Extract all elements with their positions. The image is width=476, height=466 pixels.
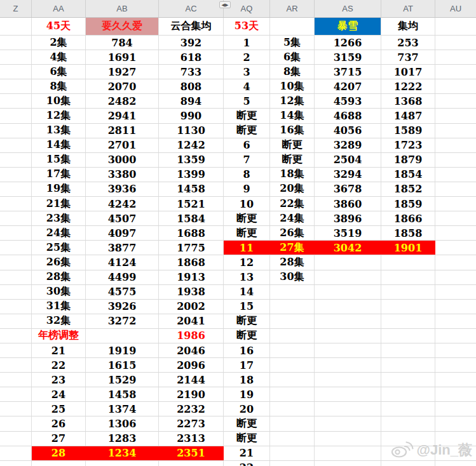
cell-AR[interactable] [270, 343, 315, 357]
cell-Z[interactable] [0, 387, 32, 401]
cell-AQ[interactable]: 断更 [224, 314, 270, 328]
cell-Z[interactable] [0, 94, 32, 108]
cell-AB[interactable]: 3877 [86, 241, 159, 255]
cell-AQ[interactable]: 19 [224, 387, 270, 401]
cell-AS[interactable] [315, 432, 381, 446]
cell-AA[interactable]: 45天 [32, 18, 86, 35]
cell-AQ[interactable]: 21 [224, 446, 270, 460]
cell-AQ[interactable]: 断更 [224, 211, 270, 225]
cell-AB[interactable]: 1927 [86, 65, 159, 79]
cell-AA[interactable]: 23集 [32, 211, 86, 225]
cell-AC[interactable] [159, 461, 224, 466]
cell-AU[interactable] [435, 402, 476, 416]
cell-AQ[interactable]: 11 [224, 241, 270, 255]
cell-AQ[interactable]: 13 [224, 270, 270, 284]
cell-AC[interactable]: 1458 [159, 182, 224, 196]
cell-Z[interactable] [0, 373, 32, 387]
cell-AT[interactable]: 737 [381, 50, 435, 64]
cell-AB[interactable]: 3380 [86, 168, 159, 182]
cell-AB[interactable]: 3272 [86, 314, 159, 328]
cell-AT[interactable]: 1879 [381, 153, 435, 167]
cell-AU[interactable] [435, 373, 476, 387]
cell-AQ[interactable]: 断更 [224, 109, 270, 123]
cell-AQ[interactable]: 断更 [224, 124, 270, 138]
cell-AA[interactable]: 31集 [32, 300, 86, 314]
cell-Z[interactable] [0, 329, 32, 343]
cell-AB[interactable]: 4499 [86, 270, 159, 284]
cell-AU[interactable] [435, 124, 476, 138]
cell-AA[interactable]: 2集 [32, 36, 86, 50]
cell-AB[interactable]: 1529 [86, 373, 159, 387]
cell-AS[interactable]: 3289 [315, 138, 381, 152]
cell-Z[interactable] [0, 432, 32, 446]
cell-AC[interactable]: 1521 [159, 197, 224, 211]
cell-Z[interactable] [0, 109, 32, 123]
cell-AS[interactable]: 3715 [315, 65, 381, 79]
cell-AB[interactable]: 3000 [86, 153, 159, 167]
cell-AT[interactable] [381, 255, 435, 269]
cell-AB[interactable]: 784 [86, 36, 159, 50]
cell-AB[interactable]: 2941 [86, 109, 159, 123]
column-header-AT[interactable]: AT [381, 0, 435, 17]
cell-AU[interactable] [435, 197, 476, 211]
cell-AQ[interactable]: 4 [224, 79, 270, 93]
cell-AT[interactable] [381, 314, 435, 328]
cell-Z[interactable] [0, 36, 32, 50]
cell-AU[interactable] [435, 211, 476, 225]
cell-AA[interactable]: 28集 [32, 270, 86, 284]
cell-AB[interactable] [86, 329, 159, 343]
cell-AA[interactable]: 年榜调整 [32, 329, 86, 343]
cell-AT[interactable]: 1487 [381, 109, 435, 123]
cell-AT[interactable]: 1589 [381, 124, 435, 138]
cell-AT[interactable]: 1368 [381, 94, 435, 108]
cell-AS[interactable] [315, 461, 381, 466]
cell-AC[interactable]: 云合集均 [159, 18, 224, 35]
cell-AC[interactable]: 2144 [159, 373, 224, 387]
cell-Z[interactable] [0, 79, 32, 93]
cell-AA[interactable]: 8集 [32, 79, 86, 93]
cell-AB[interactable]: 2482 [86, 94, 159, 108]
cell-AQ[interactable]: 断更 [224, 329, 270, 343]
cell-AU[interactable] [435, 432, 476, 446]
column-header-AC[interactable]: AC [159, 0, 224, 17]
cell-AC[interactable]: 1359 [159, 153, 224, 167]
cell-AR[interactable] [270, 446, 315, 460]
cell-AQ[interactable]: 20 [224, 402, 270, 416]
column-header-AB[interactable]: AB [86, 0, 159, 17]
cell-AS[interactable] [315, 402, 381, 416]
cell-AT[interactable]: 1901 [381, 241, 435, 255]
cell-AC[interactable]: 2190 [159, 387, 224, 401]
cell-AU[interactable] [435, 241, 476, 255]
cell-AS[interactable] [315, 373, 381, 387]
cell-AA[interactable]: 30集 [32, 285, 86, 299]
cell-AQ[interactable]: 2 [224, 50, 270, 64]
cell-Z[interactable] [0, 416, 32, 430]
cell-AU[interactable] [435, 109, 476, 123]
cell-AS[interactable]: 3519 [315, 226, 381, 240]
cell-AR[interactable]: 6集 [270, 50, 315, 64]
cell-AT[interactable]: 集均 [381, 18, 435, 35]
cell-AS[interactable]: 4688 [315, 109, 381, 123]
cell-AA[interactable]: 13集 [32, 124, 86, 138]
cell-AS[interactable]: 暴雪 [315, 18, 381, 35]
cell-Z[interactable] [0, 285, 32, 299]
cell-AC[interactable]: 1242 [159, 138, 224, 152]
cell-AU[interactable] [435, 50, 476, 64]
cell-Z[interactable] [0, 65, 32, 79]
cell-AC[interactable]: 2041 [159, 314, 224, 328]
cell-AB[interactable]: 1283 [86, 432, 159, 446]
cell-AR[interactable] [270, 314, 315, 328]
cell-AB[interactable]: 4575 [86, 285, 159, 299]
cell-AR[interactable]: 16集 [270, 124, 315, 138]
cell-AA[interactable] [32, 461, 86, 466]
cell-AB[interactable]: 3936 [86, 182, 159, 196]
cell-AQ[interactable]: 15 [224, 300, 270, 314]
cell-Z[interactable] [0, 461, 32, 466]
cell-AT[interactable] [381, 285, 435, 299]
cell-AR[interactable] [270, 358, 315, 372]
cell-AT[interactable]: 253 [381, 36, 435, 50]
cell-AA[interactable]: 4集 [32, 50, 86, 64]
cell-AA[interactable]: 23 [32, 373, 86, 387]
cell-AS[interactable]: 3294 [315, 168, 381, 182]
cell-AR[interactable]: 22集 [270, 197, 315, 211]
